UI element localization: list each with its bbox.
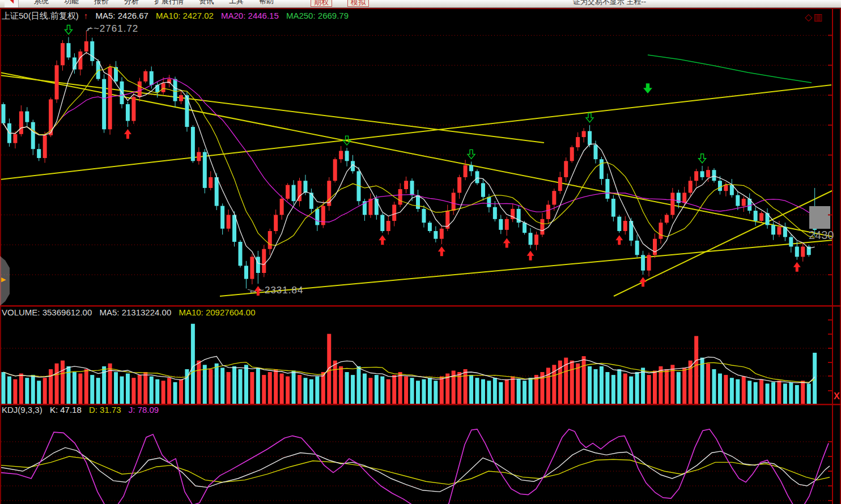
- close-panel-button[interactable]: X: [834, 391, 840, 402]
- menu-item-3[interactable]: 分析: [124, 0, 139, 5]
- symbol-title[interactable]: 上证50(日线.前复权): [2, 11, 79, 20]
- high-annotation-pointer: ⌐~: [87, 23, 100, 34]
- menu-item-4[interactable]: 扩展行情: [154, 0, 184, 5]
- ma10-value: MA10: 2427.02: [156, 11, 214, 20]
- sell-arrow-icon: [468, 150, 475, 159]
- volume-ma5-value: MA5: 21313224.00: [99, 307, 171, 317]
- buy-arrow-icon: [379, 235, 386, 245]
- buy-arrow-icon: [124, 129, 131, 139]
- kline-chart[interactable]: [0, 0, 841, 504]
- app-logo-icon[interactable]: ◥: [5, 0, 19, 7]
- buy-arrow-icon: [503, 238, 511, 247]
- volume-value: VOLUME: 35369612.00: [2, 307, 92, 317]
- ma250-value: MA250: 2669.79: [286, 11, 349, 20]
- kdj-d-value: D: 31.73: [89, 405, 121, 415]
- menu-item-7[interactable]: 帮助: [259, 0, 274, 5]
- ma-lines: [3, 53, 815, 265]
- menu-right-text: 证为交易不显示 主程--: [573, 0, 646, 7]
- ma5-value: MA5: 2426.67: [96, 11, 148, 20]
- kdj-j-value: J: 78.09: [129, 405, 159, 415]
- menu-item-5[interactable]: 资讯: [199, 0, 214, 5]
- sell-arrow-icon: [65, 25, 72, 35]
- kdj-k-value: K: 47.18: [50, 405, 82, 415]
- buy-arrow-icon: [639, 277, 647, 287]
- logo-glyph: ◥: [9, 0, 14, 5]
- menu-item-9[interactable]: 模拟: [347, 0, 369, 7]
- menu-item-8[interactable]: 期权: [311, 0, 332, 7]
- drag-box[interactable]: [809, 206, 830, 229]
- panel-frame-and-axis: [0, 8, 841, 504]
- volume-ma10-value: MA10: 20927604.00: [179, 307, 255, 317]
- buy-arrow-icon: [438, 246, 445, 256]
- expand-arrow-icon: ▶: [1, 276, 6, 283]
- diamond-icon[interactable]: ◇: [805, 12, 813, 23]
- sell-arrow-icon: [699, 154, 706, 163]
- corner-icons: ◇▥: [805, 11, 823, 23]
- main-panel-header: 上证50(日线.前复权)↑ MA5: 2426.67 MA10: 2427.02…: [2, 11, 354, 22]
- layout-grid-icon[interactable]: ▥: [813, 12, 823, 23]
- volume-panel-header: VOLUME: 35369612.00 MA5: 21313224.00 MA1…: [2, 307, 261, 317]
- menu-item-0[interactable]: 系统: [34, 0, 49, 5]
- buy-arrow-icon: [615, 235, 623, 245]
- volume-bars: [2, 324, 817, 404]
- sell-arrow-icon: [586, 113, 593, 122]
- low-annotation-pointer: ←~: [248, 285, 265, 296]
- high-annotation: ⌐~2761.72: [87, 23, 138, 35]
- sell-arrow-solid-icon: [644, 84, 652, 93]
- trend-lines[interactable]: [0, 72, 833, 296]
- menu-bar: ◥ 系统功能报价分析扩展行情资讯工具帮助期权模拟 证为交易不显示 主程--: [0, 0, 841, 8]
- low-annotation: ←~2331.84: [248, 285, 303, 296]
- kdj-lines: [1, 429, 830, 504]
- last-price-label: 2430: [809, 229, 834, 242]
- signal-arrows: [65, 25, 800, 296]
- volume-ma-lines: [3, 356, 815, 383]
- menu-item-1[interactable]: 功能: [64, 0, 79, 5]
- menu-item-2[interactable]: 报价: [94, 0, 109, 5]
- ma20-value: MA20: 2446.15: [221, 11, 279, 20]
- candles-group: [2, 31, 817, 288]
- trend-up-icon: ↑: [84, 11, 88, 20]
- menu-item-6[interactable]: 工具: [229, 0, 244, 5]
- kdj-panel-header: KDJ(9,3,3) K: 47.18 D: 31.73 J: 78.09: [2, 405, 164, 415]
- menu-item-list: ◥ 系统功能报价分析扩展行情资讯工具帮助期权模拟: [0, 0, 841, 7]
- gridlines: [1, 35, 831, 501]
- buy-arrow-icon: [793, 262, 801, 272]
- buy-arrow-icon: [527, 251, 534, 260]
- kdj-indicator-name[interactable]: KDJ(9,3,3): [2, 405, 43, 415]
